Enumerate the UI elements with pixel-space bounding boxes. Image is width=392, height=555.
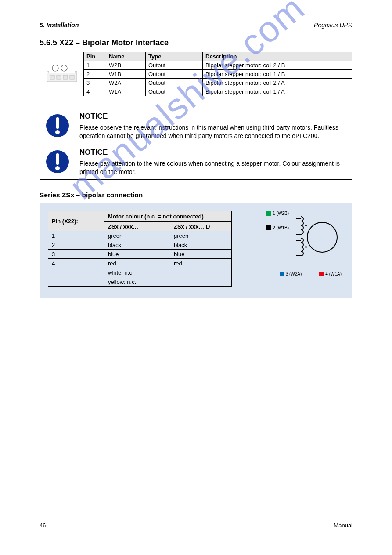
table-row: 3 blue blue xyxy=(48,250,232,259)
notice-row-1: NOTICE Please observe the relevant instr… xyxy=(40,108,352,144)
td: Bipolar stepper motor: coil 1 / A xyxy=(202,87,352,96)
td: 3 xyxy=(84,78,106,87)
notice-icon xyxy=(40,108,75,144)
td: blue xyxy=(104,250,170,259)
th-pin: Pin xyxy=(84,52,106,61)
td: Bipolar stepper motor: coil 1 / B xyxy=(202,69,352,78)
td: Bipolar stepper motor: coil 2 / A xyxy=(202,78,352,87)
x22-connector-table: Pin Name Type Description 1 W2B Output B… xyxy=(40,52,352,96)
footer-label: Manual xyxy=(334,522,352,529)
td xyxy=(170,277,232,287)
svg-point-13 xyxy=(307,222,337,252)
table-row: white: n.c. xyxy=(48,268,232,277)
notice-table: NOTICE Please observe the relevant instr… xyxy=(40,108,352,180)
td: W1A xyxy=(106,87,145,96)
square-blue-icon xyxy=(280,272,284,276)
notice-body: Please pay attention to the wire colours… xyxy=(79,160,340,175)
svg-rect-5 xyxy=(63,75,68,79)
motor-subtitle: Series ZSx – bipolar connection xyxy=(40,191,352,199)
th-pin: Pin (X22): xyxy=(48,211,104,231)
square-black-icon xyxy=(266,225,271,230)
td: W2A xyxy=(106,78,145,87)
th-model1: ZSx / xxx… xyxy=(104,222,170,231)
svg-rect-11 xyxy=(56,153,59,165)
notice-heading: NOTICE xyxy=(79,112,108,122)
svg-point-12 xyxy=(55,166,60,170)
td: Output xyxy=(145,87,202,96)
svg-rect-4 xyxy=(57,75,61,79)
header-section-ref: 5. Installation xyxy=(40,22,79,29)
td: 2 xyxy=(48,240,104,250)
td: green xyxy=(104,231,170,240)
notice-row-2: NOTICE Please pay attention to the wire … xyxy=(40,144,352,180)
svg-rect-3 xyxy=(50,75,54,79)
td: red xyxy=(104,259,170,268)
legend-w2b: 1 (W2B) xyxy=(266,211,289,216)
td: W2B xyxy=(106,61,145,69)
td xyxy=(48,277,104,287)
table-row: 4 red red xyxy=(48,259,232,268)
td: 1 xyxy=(48,231,104,240)
notice-text-2: NOTICE Please pay attention to the wire … xyxy=(75,144,352,180)
svg-point-2 xyxy=(61,65,67,71)
td: Output xyxy=(145,78,202,87)
svg-rect-6 xyxy=(70,75,74,79)
th-name: Name xyxy=(106,52,145,61)
td: Output xyxy=(145,69,202,78)
page-header: 5. Installation Pegasus UPR xyxy=(40,22,352,29)
connector-icon xyxy=(44,62,79,86)
th-desc: Description xyxy=(202,52,352,61)
notice-text-1: NOTICE Please observe the relevant instr… xyxy=(75,108,352,144)
table-row: yellow: n.c. xyxy=(48,277,232,287)
td: 2 xyxy=(84,69,106,78)
svg-point-16 xyxy=(305,225,307,226)
td: 3 xyxy=(48,250,104,259)
notice-body: Please observe the relevant instructions… xyxy=(79,124,338,139)
svg-point-9 xyxy=(55,130,60,134)
td: green xyxy=(170,231,232,240)
motor-colour-table: Pin (X22): Motor colour (n.c. = not conn… xyxy=(48,211,232,287)
legend-w1a: 4 (W1A) xyxy=(319,272,342,276)
td: Output xyxy=(145,61,202,69)
td: blue xyxy=(170,250,232,259)
td: 4 xyxy=(48,259,104,268)
th-type: Type xyxy=(145,52,202,61)
td: 1 xyxy=(84,61,106,69)
exclamation-icon xyxy=(45,149,70,174)
exclamation-icon xyxy=(45,113,70,138)
motor-box: Pin (X22): Motor colour (n.c. = not conn… xyxy=(40,203,352,298)
section-title: 5.6.5 X22 – Bipolar Motor Interface xyxy=(40,38,352,47)
page-footer: 46 Manual xyxy=(40,519,352,529)
legend-w2a: 3 (W2A) xyxy=(280,272,302,276)
svg-point-19 xyxy=(305,246,307,248)
table-row: 1 green green xyxy=(48,231,232,240)
square-red-icon xyxy=(319,272,324,276)
motor-coil-icon xyxy=(291,211,344,264)
td: red xyxy=(170,259,232,268)
td: yellow: n.c. xyxy=(104,277,170,287)
td xyxy=(48,268,104,277)
th-model2: ZSx / xxx… D xyxy=(170,222,232,231)
td: black xyxy=(104,240,170,250)
td xyxy=(170,268,232,277)
td: black xyxy=(170,240,232,250)
header-product: Pegasus UPR xyxy=(314,22,352,29)
header-rule xyxy=(40,18,352,18)
table-row: 2 black black xyxy=(48,240,232,250)
legend-w1b: 2 (W1B) xyxy=(266,225,289,230)
td: Bipolar stepper motor: coil 2 / B xyxy=(202,61,352,69)
notice-icon xyxy=(40,144,75,180)
svg-point-1 xyxy=(52,65,58,71)
footer-page-number: 46 xyxy=(40,522,46,529)
x22-grid: Pin Name Type Description 1 W2B Output B… xyxy=(84,52,352,96)
th-colour: Motor colour (n.c. = not connected) xyxy=(104,211,232,222)
svg-rect-8 xyxy=(56,117,59,129)
td: white: n.c. xyxy=(104,268,170,277)
notice-heading: NOTICE xyxy=(79,148,108,158)
td: 4 xyxy=(84,87,106,96)
square-green-icon xyxy=(266,211,271,216)
connector-image xyxy=(40,52,84,96)
td: W1B xyxy=(106,69,145,78)
